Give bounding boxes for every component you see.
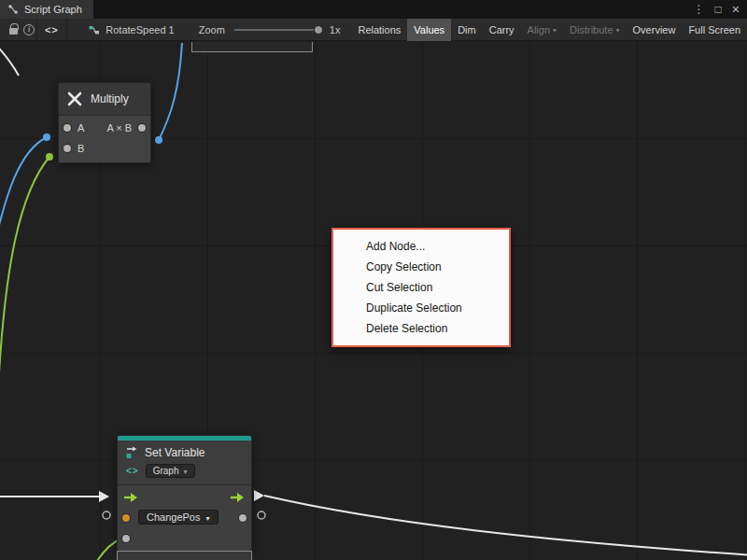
variable-scope-dropdown[interactable]: Graph ▾ [146,464,195,478]
chevron-down-icon: ▾ [183,468,187,476]
value-input-port[interactable] [122,535,130,542]
relations-button[interactable]: Relations [351,19,407,41]
set-variable-icon [125,446,138,459]
distribute-button: Distribute▾ [563,19,626,41]
value-input-row [118,528,251,547]
tab-title: Script Graph [24,4,82,15]
menu-item-add-node[interactable]: Add Node... [333,236,509,257]
set-variable-header[interactable]: Set Variable <> Graph ▾ [118,441,251,485]
close-icon[interactable]: × [732,0,740,19]
menu-item-cut-selection[interactable]: Cut Selection [333,277,509,298]
flow-output-arrow-icon[interactable] [231,492,245,503]
clipped-node-top[interactable] [191,42,313,52]
port-label: A × B [106,122,132,133]
zoom-slider-knob[interactable] [314,25,323,35]
fullscreen-button[interactable]: Full Screen [682,19,747,41]
info-button[interactable]: i [21,19,37,41]
multiply-node[interactable]: Multiply A A × B B [58,82,151,163]
multiply-icon [66,91,83,107]
output-port-result[interactable] [138,124,146,132]
set-variable-node[interactable]: Set Variable <> Graph ▾ [117,435,252,552]
flow-port-row [118,487,251,508]
zoom-control: Zoom 1x [199,24,341,35]
graph-toolbar: i <> RotateSpeed 1 Zoom 1x Relations Val… [0,19,747,41]
dim-button[interactable]: Dim [451,19,483,41]
menu-item-copy-selection[interactable]: Copy Selection [333,257,509,277]
graph-icon [7,4,19,15]
input-port-b[interactable] [63,145,71,152]
script-graph-window: Script Graph ⋮ □ × i <> RotateSpeed 1 Zo… [0,0,747,560]
zoom-value: 1x [330,24,341,35]
code-icon: <> [126,466,139,476]
variable-name-port[interactable] [122,514,130,522]
variable-output-port[interactable] [239,514,247,522]
chevron-down-icon: ▾ [616,20,620,42]
node-title: Set Variable [145,446,204,459]
port-row-b: B [59,138,150,159]
title-bar: Script Graph ⋮ □ × [0,0,747,19]
overview-button[interactable]: Overview [627,19,683,41]
variable-port-row: ChangePos ▾ [118,508,251,528]
port-label: B [78,143,84,154]
toolbar-divider [66,19,67,41]
port-row-a: A A × B [59,118,150,138]
maximize-icon[interactable]: □ [715,0,722,19]
chevron-down-icon: ▾ [206,514,210,523]
script-graph-icon [89,24,100,35]
tab-script-graph[interactable]: Script Graph [0,0,93,19]
lock-button[interactable] [6,19,21,41]
align-button: Align▾ [521,19,563,41]
multiply-node-header[interactable]: Multiply [59,83,150,116]
info-icon: i [23,24,35,35]
window-menu-icon[interactable]: ⋮ [694,0,705,19]
chevron-down-icon: ▾ [553,20,557,42]
carry-button[interactable]: Carry [483,19,521,41]
menu-item-delete-selection[interactable]: Delete Selection [333,318,509,339]
code-preview-button[interactable]: <> [37,19,65,41]
port-label: A [78,122,84,133]
node-title: Multiply [91,92,129,105]
graph-breadcrumb[interactable]: RotateSpeed 1 [89,24,174,35]
toolbar-button-group: Relations Values Dim Carry Align▾ Distri… [351,19,747,41]
input-port-a[interactable] [63,124,71,132]
clipped-node-bottom[interactable] [117,551,252,560]
flow-input-arrow-icon[interactable] [124,492,138,503]
canvas-context-menu: Add Node... Copy Selection Cut Selection… [331,228,511,347]
menu-item-duplicate-selection[interactable]: Duplicate Selection [333,298,509,318]
values-button[interactable]: Values [407,19,451,41]
graph-name: RotateSpeed 1 [106,24,174,35]
variable-name-dropdown[interactable]: ChangePos ▾ [138,510,218,525]
zoom-label: Zoom [199,24,225,35]
zoom-slider[interactable] [234,29,320,31]
lock-icon [9,28,18,35]
